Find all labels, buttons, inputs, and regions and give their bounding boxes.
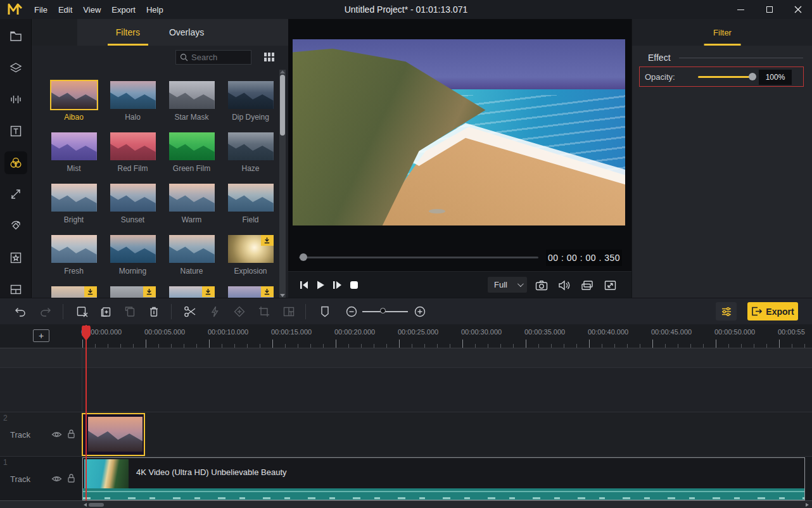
timeline-zoom-handle[interactable] <box>380 308 386 314</box>
filter-item-red-film[interactable]: Red Film <box>103 132 162 184</box>
sidebar-item-filters[interactable] <box>4 151 27 174</box>
filter-item-locked[interactable] <box>162 286 221 298</box>
filter-item-green-film[interactable]: Green Film <box>162 132 221 184</box>
scrollbar-thumb[interactable] <box>280 75 285 136</box>
scroll-right-icon[interactable] <box>806 503 809 507</box>
playhead-line[interactable] <box>86 325 87 500</box>
export-settings-button[interactable] <box>716 302 737 321</box>
filter-item-haze[interactable]: Haze <box>221 132 280 184</box>
sidebar-item-rotate[interactable] <box>4 215 27 238</box>
track1-lock-button[interactable] <box>67 473 75 483</box>
split-button[interactable] <box>181 303 199 320</box>
filter-thumbnail-bright[interactable] <box>51 184 97 212</box>
search-input[interactable] <box>191 53 247 62</box>
filter-item-warm[interactable]: Warm <box>162 184 221 235</box>
download-icon[interactable] <box>261 286 274 297</box>
close-button[interactable] <box>783 0 812 19</box>
video-preview[interactable] <box>293 39 625 225</box>
filter-item-halo[interactable]: Halo <box>103 81 162 132</box>
filter-item-field[interactable]: Field <box>221 184 280 235</box>
filter-item-mist[interactable]: Mist <box>44 132 103 184</box>
keyframe-button[interactable] <box>231 303 248 320</box>
download-icon[interactable] <box>261 235 274 246</box>
filter-thumbnail-mist[interactable] <box>51 132 97 160</box>
filter-thumbnail-locked[interactable] <box>110 286 156 298</box>
filter-thumbnail-aibao[interactable] <box>51 81 97 109</box>
menu-item-export[interactable]: Export <box>111 5 136 15</box>
dual-screen-button[interactable] <box>580 279 595 291</box>
delete-button[interactable] <box>145 303 163 320</box>
filter-thumbnail-locked[interactable] <box>228 286 274 298</box>
sidebar-item-transitions[interactable] <box>4 183 27 206</box>
download-icon[interactable] <box>143 286 156 297</box>
maximize-button[interactable] <box>755 0 783 19</box>
speed-button[interactable] <box>206 303 224 320</box>
video-clip[interactable]: 4K Video (Ultra HD) Unbelievable Beauty <box>82 457 805 500</box>
download-icon[interactable] <box>202 286 215 297</box>
track2-lock-button[interactable] <box>67 429 75 439</box>
menu-item-view[interactable]: View <box>83 5 101 15</box>
redo-button[interactable] <box>37 303 54 320</box>
scroll-left-icon[interactable] <box>84 503 87 507</box>
layout-button[interactable] <box>280 303 298 320</box>
timeline-hscrollbar[interactable] <box>0 500 812 508</box>
filter-item-fresh[interactable]: Fresh <box>44 235 103 286</box>
volume-button[interactable] <box>557 279 572 291</box>
opacity-slider-handle[interactable] <box>749 73 756 80</box>
filter-thumbnail-haze[interactable] <box>228 132 274 160</box>
paste-button[interactable] <box>121 303 139 320</box>
filter-thumbnail-locked[interactable] <box>51 286 97 298</box>
filter-thumbnail-star-mask[interactable] <box>169 81 215 109</box>
filter-thumbnail-dip-dyeing[interactable] <box>228 81 274 109</box>
filter-thumbnail-green-film[interactable] <box>169 132 215 160</box>
export-button[interactable]: Export <box>747 302 798 321</box>
seek-bar[interactable] <box>299 257 538 258</box>
scroll-up-icon[interactable] <box>280 70 285 73</box>
next-frame-button[interactable] <box>331 279 343 291</box>
menu-item-file[interactable]: File <box>34 5 48 15</box>
filter-item-locked[interactable] <box>221 286 280 298</box>
crop-button[interactable] <box>255 303 273 320</box>
filter-clip-aibao[interactable] <box>82 413 145 456</box>
marker-button[interactable] <box>316 303 334 320</box>
grid-view-button[interactable] <box>262 50 276 64</box>
filter-thumbnail-morning[interactable] <box>110 235 156 263</box>
prev-frame-button[interactable] <box>298 279 310 291</box>
sidebar-item-text[interactable] <box>4 120 27 143</box>
filter-thumbnail-fresh[interactable] <box>51 235 97 263</box>
duplicate-button[interactable] <box>97 303 115 320</box>
sidebar-item-effects[interactable] <box>4 246 27 269</box>
filter-item-locked[interactable] <box>44 286 103 298</box>
filter-item-morning[interactable]: Morning <box>103 235 162 286</box>
filter-item-explosion[interactable]: Explosion <box>221 235 280 286</box>
filter-item-sunset[interactable]: Sunset <box>103 184 162 235</box>
menu-item-help[interactable]: Help <box>146 5 163 15</box>
filter-thumbnail-sunset[interactable] <box>110 184 156 212</box>
preview-zoom-select[interactable]: Full <box>488 277 527 293</box>
timeline-zoom-in-button[interactable] <box>411 303 429 320</box>
scroll-down-icon[interactable] <box>280 294 285 297</box>
filters-scrollbar[interactable] <box>279 70 286 298</box>
filter-item-star-mask[interactable]: Star Mask <box>162 81 221 132</box>
sidebar-item-media[interactable] <box>4 25 27 48</box>
filter-thumbnail-red-film[interactable] <box>110 132 156 160</box>
filter-thumbnail-nature[interactable] <box>169 235 215 263</box>
add-track-button[interactable]: + <box>33 329 49 342</box>
sidebar-item-audio[interactable] <box>4 88 27 111</box>
download-icon[interactable] <box>84 286 97 297</box>
search-box[interactable] <box>175 50 251 65</box>
opacity-slider[interactable] <box>698 76 754 78</box>
filter-thumbnail-explosion[interactable] <box>228 235 274 263</box>
hscrollbar-thumb[interactable] <box>89 503 104 507</box>
play-button[interactable] <box>314 279 327 291</box>
minimize-button[interactable] <box>726 0 755 19</box>
undo-button[interactable] <box>11 303 29 320</box>
seek-handle[interactable] <box>300 253 307 261</box>
track2-visibility-button[interactable] <box>51 431 62 438</box>
filter-thumbnail-field[interactable] <box>228 184 274 212</box>
filter-item-nature[interactable]: Nature <box>162 235 221 286</box>
track1-visibility-button[interactable] <box>51 475 62 483</box>
fullscreen-button[interactable] <box>602 279 618 291</box>
filter-thumbnail-halo[interactable] <box>110 81 156 109</box>
tab-filters[interactable]: Filters <box>113 19 143 46</box>
